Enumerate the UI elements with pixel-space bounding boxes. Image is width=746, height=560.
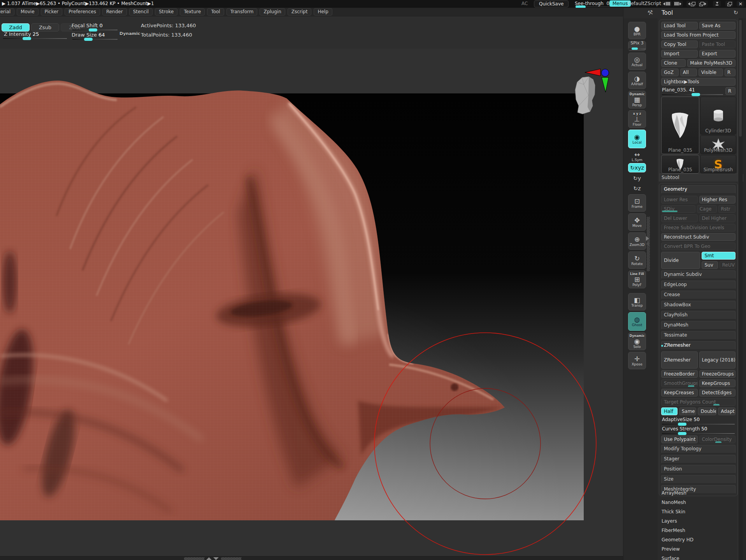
simplebrush-tool[interactable]: S SimpleBrush — [700, 155, 736, 174]
load-tool-button[interactable]: Load Tool — [661, 22, 698, 30]
menu-stencil[interactable]: Stencil — [129, 8, 153, 16]
thick-skin-section[interactable]: Thick Skin — [662, 507, 738, 516]
quicksave-button[interactable]: QuickSave — [534, 0, 569, 7]
target-polygons-count-button[interactable]: Target Polygons Count — [661, 398, 735, 406]
menu-transform[interactable]: Transform — [226, 8, 258, 16]
canvas-tray-divider[interactable] — [647, 217, 650, 271]
divide-button[interactable]: Divide — [661, 252, 700, 269]
save-as-button[interactable]: Save As — [699, 22, 736, 30]
zoom3d-button[interactable]: ⊕Zoom3D — [628, 232, 646, 250]
legacy-2018-button[interactable]: Legacy (2018) — [699, 351, 736, 369]
zremesher-button[interactable]: ZRemesher — [661, 351, 698, 369]
draw-size-slider[interactable]: Draw Size 64 — [72, 32, 105, 38]
nanomesh-section[interactable]: NanoMesh — [662, 498, 738, 507]
del-higher-button[interactable]: Del Higher — [699, 214, 736, 222]
slider-nub[interactable] — [678, 432, 686, 435]
zremesher-section[interactable]: ZRemesher — [661, 341, 735, 350]
plane035-subtool-thumbnail[interactable]: Plane_035 — [661, 155, 699, 174]
stager-section[interactable]: Stager — [661, 455, 735, 463]
keepgroups-button[interactable]: KeepGroups — [699, 379, 736, 387]
cage-button[interactable]: Cage — [697, 205, 717, 213]
move-button[interactable]: ✥Move — [628, 213, 646, 231]
dynamic-subdiv-section[interactable]: Dynamic Subdiv — [661, 270, 735, 279]
smoothgroups-button[interactable]: SmoothGroups — [661, 379, 698, 387]
claypolish-section[interactable]: ClayPolish — [661, 311, 735, 319]
smt-button[interactable]: Smt — [702, 252, 735, 260]
adaptivesize-slider[interactable]: AdaptiveSize 50 — [661, 417, 735, 425]
z-intensity-track[interactable] — [3, 38, 67, 39]
local-button[interactable]: ◉Local — [628, 130, 646, 148]
tray-scrollbar[interactable] — [738, 18, 743, 560]
modify-topology-section[interactable]: Modify Topology — [661, 445, 735, 453]
divider-arrow-right-icon[interactable] — [646, 236, 649, 241]
zadd-button[interactable]: Zadd — [2, 23, 30, 32]
menu-zplugin[interactable]: Zplugin — [260, 8, 285, 16]
palette-refresh-icon[interactable]: ↻ — [734, 9, 738, 16]
divider-open-down-icon[interactable] — [213, 557, 219, 560]
collapse-right-tray-icon[interactable] — [673, 1, 683, 7]
z-intensity-slider[interactable]: Z Intensity 25 — [4, 31, 39, 37]
size-section[interactable]: Size — [661, 475, 735, 484]
curves-strength-slider[interactable]: Curves Strength 50 — [661, 426, 735, 434]
transp-button[interactable]: ◧Transp — [628, 293, 646, 311]
gizmo-x-axis[interactable] — [585, 69, 600, 76]
menu-zscript[interactable]: Zscript — [288, 8, 312, 16]
menu-render[interactable]: Render — [102, 8, 127, 16]
previous-ui-layout-icon[interactable] — [686, 1, 697, 7]
menu-tool[interactable]: Tool — [207, 8, 224, 16]
fibermesh-section[interactable]: FiberMesh — [662, 526, 738, 535]
goz-button[interactable]: GoZ — [661, 68, 679, 76]
floor-button[interactable]: x y z⊥Floor — [628, 110, 646, 128]
bottom-tray-divider[interactable] — [0, 556, 623, 560]
z-intensity-nub[interactable] — [23, 37, 31, 40]
default-zscript-button[interactable]: DefaultZScript — [627, 1, 661, 6]
surface-section[interactable]: Surface — [662, 554, 738, 560]
rstr-button[interactable]: Rstr — [718, 205, 735, 213]
lower-res-button[interactable]: Lower Res — [661, 196, 698, 204]
divider-arrow-left-icon[interactable] — [646, 242, 649, 246]
menu-terial[interactable]: terial — [0, 8, 14, 16]
target-polygons-count-slider-nub[interactable] — [713, 404, 720, 406]
colordensity-slider-nub[interactable] — [715, 441, 721, 443]
all-button[interactable]: All — [680, 68, 697, 76]
paste-tool-button[interactable]: Paste Tool — [699, 40, 736, 48]
ghost-button[interactable]: ◍Ghost — [628, 312, 646, 331]
zsub-button[interactable]: Zsub — [31, 23, 59, 32]
freeze-subdivision-levels-button[interactable]: Freeze SubDivision Levels — [661, 224, 735, 232]
edgeloop-section[interactable]: EdgeLoop — [661, 281, 735, 289]
convert-bpr-to-geo-button[interactable]: Convert BPR To Geo — [661, 242, 735, 250]
persp-button[interactable]: Dynamic▦Persp — [628, 91, 646, 109]
next-ui-layout-icon[interactable] — [698, 1, 708, 7]
crease-section[interactable]: Crease — [661, 291, 735, 299]
double-button[interactable]: Double — [698, 407, 716, 415]
xyz-button[interactable]: ↻xyz — [628, 163, 646, 172]
active-tool-thumbnail[interactable]: Plane_035 — [661, 97, 699, 154]
draw-size-track[interactable] — [72, 39, 118, 40]
tessimate-section[interactable]: Tessimate — [661, 331, 735, 340]
y-button[interactable]: ↻y — [628, 174, 646, 183]
sdiv-button[interactable]: SDiv — [661, 205, 695, 213]
tray-scrollbar-thumb[interactable] — [739, 20, 742, 137]
geometry-section[interactable]: Geometry — [661, 185, 735, 194]
make-polymesh3d-button[interactable]: Make PolyMesh3D — [687, 59, 735, 67]
layers-section[interactable]: Layers — [662, 516, 738, 526]
adapt-button[interactable]: Adapt — [718, 407, 735, 415]
canvas-3d-scene[interactable] — [0, 49, 623, 560]
gizmo-y-axis[interactable] — [602, 77, 609, 92]
position-section[interactable]: Position — [661, 465, 735, 474]
frame-button[interactable]: ⊡Frame — [628, 194, 646, 212]
document-viewport[interactable] — [0, 49, 623, 560]
subtool-section[interactable]: Subtool — [659, 174, 743, 182]
geometry-hd-section[interactable]: Geometry HD — [662, 535, 738, 544]
load-tools-from-project-button[interactable]: Load Tools From Project — [661, 31, 735, 39]
collapse-left-tray-icon[interactable] — [662, 1, 672, 7]
higher-res-button[interactable]: Higher Res — [699, 196, 736, 204]
dynamesh-section[interactable]: DynaMesh — [661, 321, 735, 330]
l-sym-button[interactable]: ↔L.Sym — [628, 151, 646, 162]
half-button[interactable]: Half — [661, 407, 678, 415]
solo-button[interactable]: Dynamic◉Solo — [628, 332, 646, 350]
slider-nub[interactable] — [678, 423, 686, 426]
menu-help[interactable]: Help — [314, 8, 332, 16]
shadowbox-section[interactable]: ShadowBox — [661, 301, 735, 309]
divider-open-up-icon[interactable] — [206, 557, 212, 560]
